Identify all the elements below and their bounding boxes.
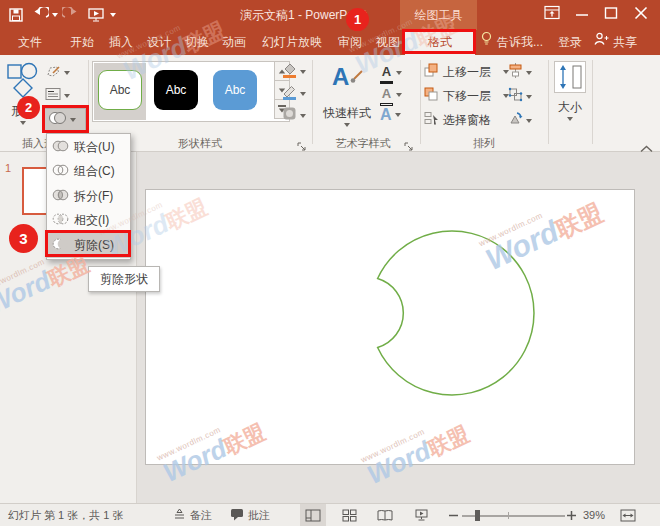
shape-outline-icon	[282, 84, 297, 104]
send-backward-button[interactable]: 下移一层	[424, 87, 509, 105]
annotation-step-3: 3	[9, 224, 38, 253]
shape-style-black[interactable]: Abc	[154, 70, 198, 110]
lightbulb-icon	[480, 30, 493, 55]
text-effects-icon: A	[380, 106, 392, 124]
zoom-in-button[interactable]	[567, 504, 576, 526]
text-outline-letter: A	[382, 86, 391, 101]
shape-style-blue[interactable]: Abc	[213, 70, 257, 110]
zoom-level[interactable]: 39%	[583, 504, 605, 526]
slide-thumbnail[interactable]	[22, 167, 48, 215]
align-icon	[508, 63, 523, 82]
shape-fill-button[interactable]	[282, 62, 306, 82]
text-box-button[interactable]	[45, 86, 81, 106]
rotate-button[interactable]	[508, 111, 532, 130]
combine-label: 组合(C)	[74, 163, 115, 180]
ribbon-display-options-icon[interactable]	[540, 5, 564, 25]
annotation-step-1: 1	[346, 8, 369, 31]
annotation-box-format-tab	[402, 29, 476, 54]
rotate-caret	[526, 119, 532, 123]
minimize-button[interactable]	[570, 5, 594, 25]
fit-to-window-button[interactable]	[620, 504, 636, 526]
powerpoint-window: 演示文稿1 - PowerPoint 绘图工具 文件 开始 插入 设计 切换 动…	[0, 0, 660, 526]
title-bar: 演示文稿1 - PowerPoint 绘图工具	[0, 0, 660, 30]
selection-pane-label: 选择窗格	[443, 112, 491, 129]
text-outline-button[interactable]: A	[380, 84, 402, 106]
slide-info: 幻灯片 第 1 张，共 1 张	[8, 504, 124, 526]
group-objects-button[interactable]	[508, 87, 532, 106]
menu-item-union[interactable]: 联合(U)	[47, 135, 130, 160]
text-fill-caret	[396, 71, 402, 75]
text-effects-button[interactable]: A	[380, 106, 401, 124]
rotate-icon	[508, 111, 523, 130]
text-fill-icon: A	[380, 62, 393, 84]
reading-view-button[interactable]	[372, 504, 398, 526]
intersect-label: 相交(I)	[74, 212, 109, 229]
size-button[interactable]: 大小	[550, 59, 590, 131]
send-backward-icon	[424, 87, 439, 105]
menu-item-fragment[interactable]: 拆分(F)	[47, 184, 130, 209]
tell-me-label: 告诉我...	[497, 30, 543, 55]
text-box-caret	[64, 94, 70, 98]
comments-label: 批注	[248, 508, 270, 523]
group-objects-icon	[508, 87, 523, 106]
notes-button[interactable]: 备注	[173, 504, 212, 526]
bring-forward-button[interactable]: 上移一层	[424, 63, 509, 81]
notes-icon	[173, 508, 186, 522]
contextual-tab-group: 绘图工具	[400, 0, 477, 30]
selection-pane-button[interactable]: 选择窗格	[424, 111, 491, 129]
group-label-wordart: 艺术字样式	[312, 137, 414, 150]
zoom-slider-notch	[508, 512, 509, 519]
shape-style-green-outline[interactable]: Abc	[98, 70, 142, 110]
menu-item-combine[interactable]: 组合(C)	[47, 160, 130, 185]
share-button[interactable]: 共享	[594, 30, 637, 55]
shapes-dropdown-caret	[20, 121, 26, 125]
share-label: 共享	[613, 30, 637, 55]
notes-label: 备注	[190, 508, 212, 523]
align-button[interactable]	[508, 63, 532, 82]
union-label: 联合(U)	[74, 139, 115, 156]
intersect-icon	[52, 211, 69, 230]
slideshow-view-button[interactable]	[408, 504, 434, 526]
text-fill-button[interactable]: A	[380, 62, 402, 84]
maximize-button[interactable]	[599, 5, 623, 25]
size-caret	[567, 117, 573, 121]
text-effects-caret	[395, 113, 401, 117]
union-icon	[52, 138, 69, 157]
save-icon[interactable]	[8, 7, 24, 27]
shape-fill-caret	[300, 70, 306, 74]
edit-shape-caret	[64, 71, 70, 75]
edit-shape-button[interactable]	[45, 63, 81, 83]
close-button[interactable]	[629, 5, 653, 25]
subtracted-circle-shape[interactable]	[137, 152, 660, 503]
comments-button[interactable]: 批注	[230, 504, 270, 526]
selection-pane-icon	[424, 111, 439, 129]
sign-in-button[interactable]: 登录	[548, 30, 592, 55]
start-slideshow-icon[interactable]	[88, 7, 105, 27]
normal-view-button[interactable]	[300, 504, 326, 526]
fragment-icon	[52, 187, 69, 206]
zoom-out-button[interactable]	[449, 504, 458, 526]
group-label-arrange: 排列	[420, 137, 548, 150]
shape-effects-button[interactable]	[282, 106, 306, 125]
slide-sorter-view-button[interactable]	[336, 504, 362, 526]
qat-dropdown-caret[interactable]	[110, 13, 116, 17]
annotation-box-subtract-item	[45, 230, 131, 257]
tab-slideshow[interactable]: 幻灯片放映	[250, 30, 334, 55]
quick-styles-button[interactable]: A 快速样式	[318, 59, 376, 133]
send-backward-label: 下移一层	[443, 88, 491, 105]
redo-icon	[62, 7, 78, 25]
text-fill-letter: A	[382, 64, 391, 79]
group-separator	[548, 60, 549, 144]
group-separator	[592, 60, 593, 144]
align-caret	[526, 71, 532, 75]
undo-icon[interactable]	[33, 7, 49, 25]
tab-file[interactable]: 文件	[4, 30, 56, 55]
fragment-label: 拆分(F)	[74, 188, 113, 205]
text-outline-caret	[396, 93, 402, 97]
shape-fill-icon	[282, 62, 297, 82]
tell-me-box[interactable]: 告诉我...	[480, 30, 543, 55]
annotation-step-2: 2	[17, 96, 40, 119]
shape-outline-button[interactable]	[282, 84, 306, 104]
zoom-slider-thumb[interactable]	[475, 510, 480, 521]
undo-dropdown-caret[interactable]	[52, 13, 58, 17]
